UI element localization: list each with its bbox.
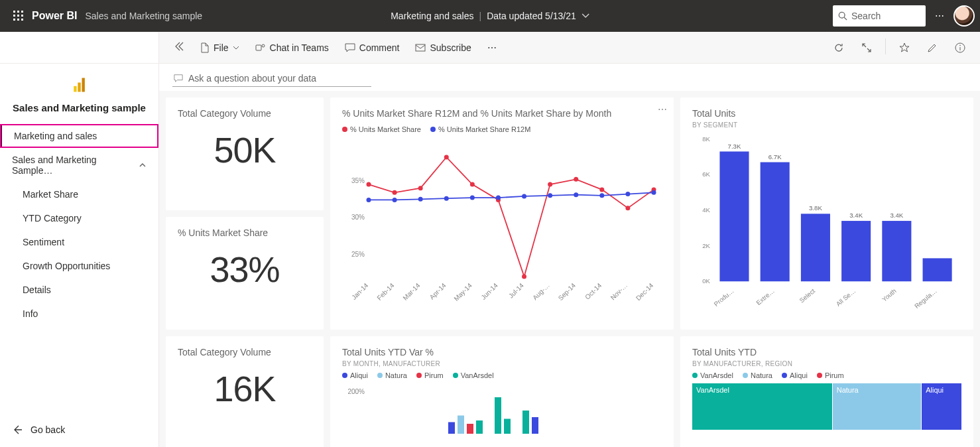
dashboard-name: Marketing and sales [391, 11, 473, 21]
svg-text:3.8K: 3.8K [809, 204, 822, 212]
app-launcher-icon[interactable] [5, 11, 32, 21]
svg-point-51 [470, 196, 475, 200]
chevron-down-icon [233, 44, 239, 51]
svg-text:Extre…: Extre… [755, 287, 776, 306]
svg-text:Select: Select [798, 287, 817, 304]
fullscreen-icon[interactable] [855, 38, 879, 57]
svg-rect-85 [476, 420, 483, 434]
svg-text:8K: 8K [702, 135, 710, 143]
svg-point-53 [522, 194, 526, 198]
svg-text:2K: 2K [702, 242, 710, 249]
svg-point-55 [574, 192, 578, 197]
workspace-crumb[interactable]: Sales and Marketing sample [85, 11, 202, 21]
product-name[interactable]: Power BI [32, 10, 77, 22]
sidebar-group-header[interactable]: Sales and Marketing Sample… [0, 148, 158, 182]
svg-text:6.7K: 6.7K [768, 153, 782, 160]
edit-icon[interactable] [920, 38, 944, 57]
svg-rect-87 [504, 419, 511, 434]
bar-chart-svg: 0K2K4K6K8K7.3KProdu…6.7KExtre…3.8KSelect… [692, 133, 961, 318]
qna-bar: Ask a question about your data [159, 64, 980, 91]
treemap: VanArsdelNaturaAliqui [692, 383, 961, 430]
refresh-icon[interactable] [827, 38, 851, 57]
svg-point-44 [599, 187, 604, 192]
treemap-block[interactable]: Natura [833, 383, 921, 430]
svg-text:3.4K: 3.4K [849, 212, 863, 219]
svg-rect-12 [78, 83, 80, 92]
svg-rect-6 [13, 19, 15, 21]
sidebar-item-growth[interactable]: Growth Opportunities [0, 254, 158, 278]
svg-text:0K: 0K [702, 277, 710, 285]
sidebar-title: Sales and Marketing sample [0, 99, 158, 124]
svg-point-38 [444, 155, 449, 160]
chat-teams-button[interactable]: Chat in Teams [249, 38, 336, 57]
sidebar-item-market-share[interactable]: Market Share [0, 182, 158, 206]
treemap-block[interactable]: Aliqui [922, 383, 961, 430]
tile-bar-total-units[interactable]: Total Units BY SEGMENT 0K2K4K6K8K7.3KPro… [680, 97, 973, 330]
tile-ytd-var[interactable]: Total Units YTD Var % BY MONTH, MANUFACT… [330, 336, 674, 447]
svg-rect-0 [13, 11, 15, 13]
user-avatar[interactable] [953, 5, 975, 27]
search-input[interactable]: Search [833, 5, 926, 27]
svg-rect-14 [256, 45, 261, 50]
svg-text:Jun-14: Jun-14 [479, 281, 499, 301]
line-legend: % Units Market Share % Units Market Shar… [342, 125, 662, 133]
chevron-down-icon [582, 12, 589, 20]
svg-text:Oct-14: Oct-14 [583, 281, 603, 300]
svg-text:3.4K: 3.4K [890, 212, 903, 219]
file-icon [200, 42, 210, 53]
search-placeholder: Search [851, 11, 881, 21]
svg-rect-1 [17, 11, 19, 13]
go-back-button[interactable]: Go back [0, 413, 158, 447]
search-icon [838, 11, 847, 21]
svg-rect-86 [495, 397, 501, 434]
comment-button[interactable]: Comment [338, 38, 406, 57]
svg-point-50 [444, 196, 449, 201]
tile-line-market-share[interactable]: ⋯ % Units Market Share R12M and % Units … [330, 97, 674, 330]
command-bar: File Chat in Teams Comment Subscribe ⋯ [159, 32, 980, 64]
sidebar-item-info[interactable]: Info [0, 302, 158, 326]
teams-icon [255, 42, 266, 53]
tile-more-icon[interactable]: ⋯ [658, 104, 667, 115]
global-header: Power BI Sales and Marketing sample Mark… [0, 0, 980, 32]
info-icon[interactable] [948, 38, 972, 57]
file-menu[interactable]: File [194, 38, 246, 57]
svg-rect-16 [416, 44, 425, 51]
svg-text:Jul-14: Jul-14 [507, 281, 525, 299]
svg-rect-79 [923, 258, 952, 281]
svg-point-9 [839, 12, 845, 18]
svg-text:7.3K: 7.3K [728, 143, 741, 150]
mail-icon [415, 44, 426, 52]
tile-ytd-total[interactable]: Total Units YTD BY MANUFACTURER, REGION … [680, 336, 973, 447]
svg-text:35%: 35% [351, 177, 365, 184]
sidebar-item-details[interactable]: Details [0, 278, 158, 302]
ytd-var-legend: Aliqui Natura Pirum VanArsdel [342, 371, 662, 379]
dashboard-crumb[interactable]: Marketing and sales | Data updated 5/13/… [391, 11, 589, 21]
svg-rect-67 [761, 162, 790, 282]
svg-text:Regula…: Regula… [913, 287, 938, 310]
svg-point-58 [652, 190, 656, 195]
qna-input[interactable]: Ask a question about your data [172, 70, 371, 87]
more-options-icon[interactable]: ⋯ [932, 11, 947, 21]
svg-rect-76 [882, 221, 911, 281]
svg-point-45 [625, 206, 630, 210]
svg-rect-11 [74, 86, 76, 92]
svg-point-39 [470, 182, 475, 187]
treemap-block[interactable]: VanArsdel [692, 383, 832, 430]
ytd-var-svg: 200% [342, 383, 660, 436]
svg-rect-83 [458, 416, 464, 434]
tile-total-category-volume[interactable]: Total Category Volume 50K [166, 97, 324, 210]
favorite-icon[interactable] [892, 38, 916, 57]
sidebar-item-sentiment[interactable]: Sentiment [0, 230, 158, 254]
sidebar-item-marketing-sales[interactable]: Marketing and sales [0, 124, 158, 148]
svg-text:200%: 200% [347, 388, 365, 395]
tile-market-share-pct[interactable]: % Units Market Share 33% [166, 217, 324, 330]
tile-total-category-volume-2[interactable]: Total Category Volume 16K [166, 336, 324, 447]
collapse-nav-icon[interactable] [167, 37, 191, 58]
sidebar-item-ytd-category[interactable]: YTD Category [0, 206, 158, 230]
more-actions-icon[interactable]: ⋯ [481, 38, 503, 57]
svg-line-10 [844, 17, 847, 20]
subscribe-button[interactable]: Subscribe [408, 38, 477, 57]
svg-point-57 [625, 192, 630, 196]
svg-point-37 [418, 186, 423, 190]
svg-text:Dec-14: Dec-14 [635, 281, 655, 302]
